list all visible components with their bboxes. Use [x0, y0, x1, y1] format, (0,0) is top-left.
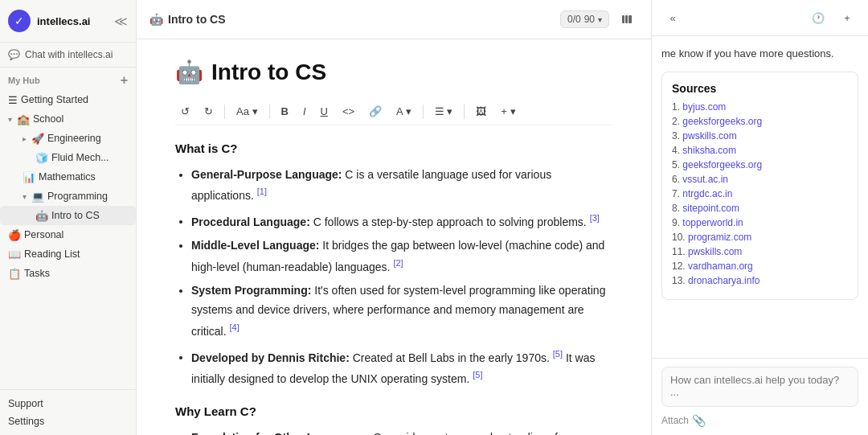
my-hub-label: My Hub [8, 76, 40, 85]
toolbar-divider-3 [423, 105, 424, 119]
font-size-button[interactable]: Aa ▾ [231, 103, 264, 120]
personal-label: Personal [24, 229, 115, 240]
expand-icon-button[interactable]: « [661, 6, 684, 29]
add-hub-button[interactable]: + [121, 74, 128, 87]
reading-list-icon: 📖 [8, 248, 21, 261]
history-icon-button[interactable]: 🕐 [807, 6, 829, 29]
programming-icon: 💻 [31, 191, 44, 203]
mathematics-icon: 📊 [23, 171, 35, 183]
sidebar-item-fluid-mech[interactable]: 🧊 Fluid Mech... ··· [0, 148, 136, 167]
source-link[interactable]: pwskills.com [688, 246, 742, 257]
chat-with-intellecs-button[interactable]: 💬 Chat with intellecs.ai [0, 43, 136, 68]
reading-list-label: Reading List [24, 248, 115, 260]
toolbar: ↺ ↻ Aa ▾ B I U <> 🔗 A ▾ ☰ ▾ 🖼 + ▾ [175, 98, 612, 125]
library-icon-button[interactable] [616, 8, 638, 31]
source-link[interactable]: topperworld.in [682, 217, 743, 228]
ref-link[interactable]: [4] [229, 322, 239, 332]
undo-button[interactable]: ↺ [175, 103, 195, 120]
why-learn-c-list: Foundation for Other Languages: C provid… [175, 429, 612, 435]
sidebar-item-settings[interactable]: Settings [0, 412, 136, 430]
sidebar-item-programming[interactable]: ▾ 💻 Programming ··· [0, 187, 136, 206]
fluid-mech-icon: 🧊 [35, 152, 48, 164]
attach-icon: 📎 [692, 414, 706, 427]
settings-label: Settings [8, 416, 128, 427]
getting-started-icon: ☰ [8, 94, 18, 106]
source-item: 13. dronacharya.info [672, 275, 848, 286]
italic-button[interactable]: I [297, 103, 312, 120]
source-link[interactable]: geeksforgeeks.org [682, 159, 762, 170]
school-chevron: ▾ [8, 115, 12, 124]
doc-area: 🤖 Intro to CS ↺ ↻ Aa ▾ B I U <> 🔗 A ▾ ☰ … [137, 39, 651, 435]
sidebar-item-personal[interactable]: 🍎 Personal ··· [0, 225, 136, 244]
source-link[interactable]: programiz.com [688, 232, 751, 243]
tasks-icon: 📋 [8, 268, 21, 280]
fluid-mech-label: Fluid Mech... [51, 152, 115, 163]
ref-link[interactable]: [5] [553, 349, 563, 359]
getting-started-label: Getting Started [21, 94, 115, 105]
main-header: 🤖 Intro to CS 0/0 90 ▾ [137, 0, 651, 39]
source-item: 10. programiz.com [672, 232, 848, 243]
source-link[interactable]: pwskills.com [682, 130, 736, 142]
underline-button[interactable]: U [315, 103, 334, 120]
main-content: 🤖 Intro to CS 0/0 90 ▾ 🤖 Intro to CS [137, 0, 651, 435]
source-link[interactable]: shiksha.com [682, 145, 736, 156]
svg-rect-0 [622, 15, 624, 23]
source-item: 4. shiksha.com [672, 145, 848, 156]
progress-num: 90 [584, 14, 595, 25]
engineering-label: Engineering [47, 133, 115, 144]
progress-badge[interactable]: 0/0 90 ▾ [560, 10, 609, 28]
source-item: 3. pwskills.com [672, 130, 848, 142]
add-panel-button[interactable]: + [836, 6, 858, 29]
source-link[interactable]: sitepoint.com [682, 203, 739, 214]
section-heading-what-is-c: What is C? [175, 138, 612, 159]
bold-button[interactable]: B [276, 103, 294, 120]
source-link[interactable]: vardhaman.org [688, 261, 753, 272]
section-heading-why-learn-c: Why Learn C? [175, 401, 612, 422]
svg-rect-1 [625, 15, 628, 23]
source-link[interactable]: ntrgdc.ac.in [682, 188, 732, 199]
sidebar-item-getting-started[interactable]: ☰ Getting Started ··· [0, 90, 136, 109]
list-item: Procedural Language: C follows a step-by… [191, 211, 612, 232]
list-button[interactable]: ☰ ▾ [429, 103, 459, 120]
progress-chevron-icon: ▾ [598, 15, 602, 24]
insert-button[interactable]: + ▾ [495, 103, 521, 120]
source-link[interactable]: geeksforgeeks.org [682, 116, 762, 127]
sidebar-item-support[interactable]: Support [0, 395, 136, 412]
ref-link[interactable]: [3] [590, 213, 600, 223]
attach-button[interactable]: Attach 📎 [661, 414, 858, 427]
chat-input[interactable] [661, 367, 858, 407]
programming-label: Programming [47, 191, 115, 202]
right-panel-header: « 🕐 + [652, 0, 868, 36]
sources-box: Sources 1. byjus.com 2. geeksforgeeks.or… [661, 72, 858, 300]
source-link[interactable]: byjus.com [682, 101, 726, 113]
sidebar-item-tasks[interactable]: 📋 Tasks ··· [0, 264, 136, 283]
image-button[interactable]: 🖼 [470, 103, 492, 120]
engineering-icon: 🚀 [31, 133, 44, 145]
font-color-button[interactable]: A ▾ [391, 103, 417, 120]
intro-cs-icon: 🤖 [35, 210, 48, 222]
what-is-c-list: General-Purpose Language: C is a versati… [175, 166, 612, 389]
link-button[interactable]: 🔗 [363, 103, 387, 120]
redo-button[interactable]: ↻ [199, 103, 219, 120]
school-icon: 🏫 [17, 113, 30, 125]
ref-link[interactable]: [2] [393, 258, 403, 268]
ref-link[interactable]: [5] [473, 370, 482, 380]
sidebar-item-reading-list[interactable]: 📖 Reading List ··· [0, 244, 136, 264]
header-right: 0/0 90 ▾ [560, 8, 638, 31]
code-button[interactable]: <> [337, 103, 360, 120]
source-link[interactable]: dronacharya.info [688, 275, 760, 286]
right-panel-icons: « [661, 6, 684, 29]
toolbar-divider-2 [269, 105, 270, 119]
source-item: 2. geeksforgeeks.org [672, 116, 848, 127]
doc-header-title: Intro to CS [168, 13, 226, 26]
sidebar-item-engineering[interactable]: ▸ 🚀 Engineering ··· [0, 129, 136, 148]
sidebar-collapse-button[interactable]: ≪ [114, 14, 128, 29]
sidebar-item-intro-to-cs[interactable]: 🤖 Intro to CS ··· [0, 206, 136, 225]
right-panel: « 🕐 + me know if you have more questions… [651, 0, 868, 435]
sidebar-item-school[interactable]: ▾ 🏫 School ··· [0, 109, 136, 129]
ref-link[interactable]: [1] [257, 187, 267, 196]
source-link[interactable]: vssut.ac.in [682, 174, 728, 185]
toolbar-divider-1 [224, 105, 225, 119]
logo-icon: ✓ [8, 10, 31, 32]
sidebar-item-mathematics[interactable]: 📊 Mathematics ··· [0, 167, 136, 187]
